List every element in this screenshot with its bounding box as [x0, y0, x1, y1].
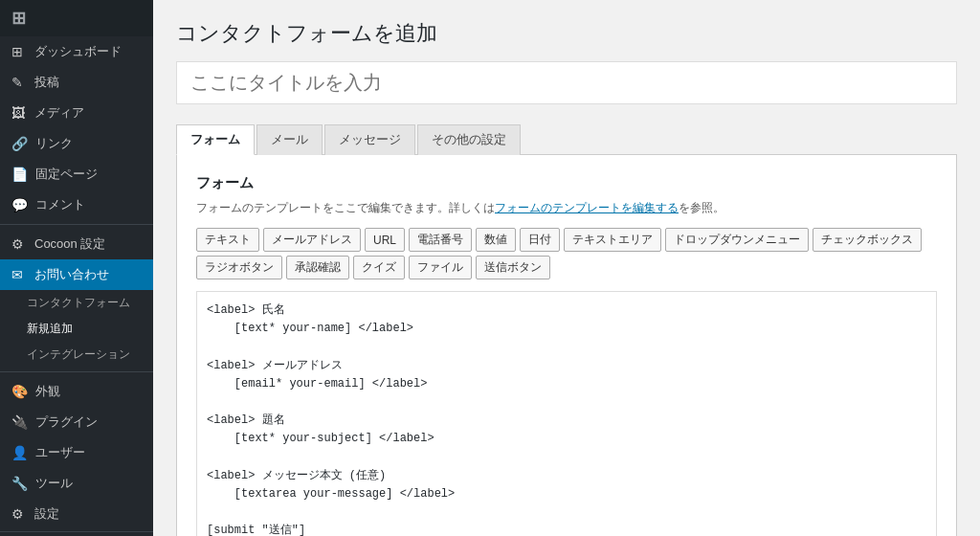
tab-form[interactable]: フォーム [176, 124, 255, 155]
form-section-title: フォーム [196, 174, 937, 192]
contact-icon: ✉ [11, 267, 27, 282]
tag-button[interactable]: URL [365, 228, 405, 252]
sidebar-item-links[interactable]: 🔗 リンク [0, 128, 153, 159]
posts-icon: ✎ [11, 75, 27, 90]
sidebar-item-comments[interactable]: 💬 コメント [0, 190, 153, 220]
main-content: コンタクトフォームを追加 フォーム メール メッセージ その他の設定 フォーム … [153, 0, 980, 536]
sidebar-item-posts-label: 投稿 [34, 74, 59, 91]
tag-buttons-bar: テキストメールアドレスURL電話番号数値日付テキストエリアドロップダウンメニュー… [196, 228, 937, 279]
tools-icon: 🔧 [11, 476, 28, 491]
sidebar-sub-new-add-label: 新規追加 [27, 321, 73, 337]
sidebar-item-comments-label: コメント [35, 196, 85, 213]
comments-icon: 💬 [11, 197, 28, 212]
title-input[interactable] [176, 61, 957, 104]
sidebar-item-appearance[interactable]: 🎨 外観 [0, 376, 153, 407]
appearance-icon: 🎨 [11, 384, 28, 399]
plugin-section: SiteGuard ConoHa WING BackWPup [0, 531, 153, 536]
sidebar-sub-integrations[interactable]: インテグレーション [0, 342, 153, 368]
page-title: コンタクトフォームを追加 [176, 19, 957, 48]
tag-button[interactable]: ファイル [409, 256, 472, 279]
sidebar-item-users[interactable]: 👤 ユーザー [0, 437, 153, 468]
form-desc-prefix: フォームのテンプレートをここで編集できます。詳しくは [196, 201, 495, 214]
sidebar-item-contact-label: お問い合わせ [34, 266, 109, 283]
users-icon: 👤 [11, 445, 28, 460]
tag-button[interactable]: 日付 [520, 228, 560, 252]
sidebar-item-cocoon[interactable]: ⚙ Cocoon 設定 [0, 229, 153, 259]
sidebar-sub-new-add[interactable]: 新規追加 [0, 316, 153, 342]
form-description: フォームのテンプレートをここで編集できます。詳しくはフォームのテンプレートを編集… [196, 200, 937, 216]
sidebar-item-posts[interactable]: ✎ 投稿 [0, 67, 153, 98]
cocoon-icon: ⚙ [11, 236, 27, 252]
content-area: コンタクトフォームを追加 フォーム メール メッセージ その他の設定 フォーム … [153, 0, 980, 536]
settings-icon: ⚙ [11, 506, 27, 522]
sidebar-item-dashboard-label: ダッシュボード [34, 43, 122, 60]
sidebar-item-tools[interactable]: 🔧 ツール [0, 468, 153, 499]
sidebar-item-plugins[interactable]: 🔌 プラグイン [0, 407, 153, 437]
plugins-icon: 🔌 [11, 414, 28, 430]
sidebar-item-contact[interactable]: ✉ お問い合わせ [0, 259, 153, 290]
sidebar-item-settings-label: 設定 [34, 505, 59, 523]
form-panel: フォーム フォームのテンプレートをここで編集できます。詳しくはフォームのテンプレ… [176, 155, 957, 536]
sidebar-item-users-label: ユーザー [35, 444, 85, 461]
tag-button[interactable]: テキスト [196, 228, 259, 252]
wp-logo-icon: ⊞ [11, 8, 26, 29]
plugin-siteguard[interactable]: SiteGuard [0, 532, 153, 536]
form-desc-link[interactable]: フォームのテンプレートを編集する [495, 201, 679, 214]
tag-button[interactable]: 数値 [476, 228, 516, 252]
sidebar-item-pages-label: 固定ページ [35, 166, 98, 183]
tag-button[interactable]: 電話番号 [409, 228, 472, 252]
sidebar-item-settings[interactable]: ⚙ 設定 [0, 499, 153, 529]
sidebar-item-links-label: リンク [35, 135, 73, 152]
sidebar-sub-integrations-label: インテグレーション [27, 346, 130, 363]
sidebar-item-plugins-label: プラグイン [35, 413, 98, 431]
sidebar-item-appearance-label: 外観 [35, 383, 60, 400]
tab-mail[interactable]: メール [256, 124, 323, 155]
tag-button[interactable]: メールアドレス [263, 228, 361, 252]
sidebar-sub-contact-forms[interactable]: コンタクトフォーム [0, 290, 153, 316]
tab-bar: フォーム メール メッセージ その他の設定 [176, 123, 957, 155]
sidebar-logo: ⊞ [0, 0, 153, 36]
sidebar: ⊞ ⊞ ダッシュボード ✎ 投稿 🖼 メディア 🔗 リンク 📄 固定ページ 💬 … [0, 0, 153, 536]
sidebar-item-media[interactable]: 🖼 メディア [0, 98, 153, 128]
tag-button[interactable]: 送信ボタン [476, 256, 550, 279]
pages-icon: 📄 [11, 167, 28, 182]
sidebar-item-tools-label: ツール [35, 475, 73, 492]
sidebar-item-media-label: メディア [34, 104, 84, 122]
form-code-editor[interactable] [196, 291, 937, 536]
tag-button[interactable]: 承認確認 [286, 256, 349, 279]
tag-button[interactable]: クイズ [353, 256, 405, 279]
tag-button[interactable]: テキストエリア [564, 228, 661, 252]
sidebar-item-pages[interactable]: 📄 固定ページ [0, 159, 153, 190]
sidebar-item-dashboard[interactable]: ⊞ ダッシュボード [0, 36, 153, 67]
tag-button[interactable]: ラジオボタン [196, 256, 282, 279]
dashboard-icon: ⊞ [11, 44, 27, 59]
media-icon: 🖼 [11, 105, 27, 121]
sidebar-sub-contact-forms-label: コンタクトフォーム [27, 295, 130, 311]
form-desc-suffix: を参照。 [679, 201, 724, 214]
sidebar-item-cocoon-label: Cocoon 設定 [34, 235, 105, 253]
tag-button[interactable]: ドロップダウンメニュー [665, 228, 809, 252]
tab-other[interactable]: その他の設定 [417, 124, 521, 155]
tab-message[interactable]: メッセージ [324, 124, 415, 155]
links-icon: 🔗 [11, 136, 28, 151]
tag-button[interactable]: チェックボックス [813, 228, 922, 252]
